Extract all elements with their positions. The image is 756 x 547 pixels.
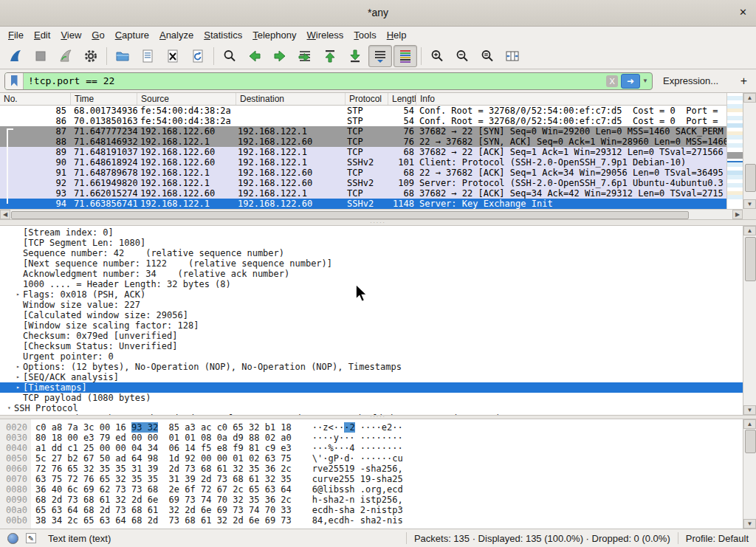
title-bar[interactable]: *any ✕ (0, 0, 756, 27)
menu-tools[interactable]: Tools (348, 28, 381, 42)
scroll-down-icon[interactable]: ▼ (743, 405, 756, 415)
hex-row[interactable]: 006072 76 65 32 35 35 31 39 2d 73 68 61 … (0, 464, 743, 474)
detail-line[interactable]: [Calculated window size: 29056] (0, 310, 743, 320)
menu-view[interactable]: View (55, 28, 86, 42)
column-header-info[interactable]: Info (416, 93, 743, 105)
open-file-button[interactable] (111, 45, 134, 67)
details-vscrollbar[interactable]: ▲ ▼ (743, 226, 756, 415)
packet-row[interactable]: 9171.648789678192.168.122.1192.168.122.6… (0, 168, 726, 178)
go-first-packet-button[interactable] (318, 45, 342, 67)
find-packet-button[interactable] (218, 45, 241, 67)
detail-line[interactable]: TCP payload (1080 bytes) (0, 393, 743, 403)
packet-row[interactable]: 9071.648618924192.168.122.60192.168.122.… (0, 157, 726, 168)
column-header-source[interactable]: Source (137, 93, 236, 105)
hex-row[interactable]: 00b038 34 2c 65 63 64 68 2d 73 68 61 32 … (0, 515, 743, 526)
detail-line[interactable]: Urgent pointer: 0 (0, 351, 743, 362)
restart-capture-button[interactable] (54, 45, 78, 67)
go-last-packet-button[interactable] (343, 45, 367, 67)
scroll-right-icon[interactable]: ▶ (732, 210, 743, 219)
menu-edit[interactable]: Edit (29, 28, 55, 42)
column-header-protocol[interactable]: Protocol (346, 93, 388, 105)
packet-list-hscrollbar[interactable]: ◀ ▶ (0, 209, 743, 219)
stop-capture-button[interactable] (29, 45, 52, 67)
pane-splitter[interactable]: ····· (0, 219, 756, 226)
detail-line[interactable]: [Window size scaling factor: 128] (0, 320, 743, 331)
scroll-down-icon[interactable]: ▼ (743, 519, 756, 529)
hex-row[interactable]: 009068 2d 73 68 61 32 2d 6e 69 73 74 70 … (0, 495, 743, 505)
capture-comment-icon[interactable]: ✎ (26, 533, 36, 543)
filter-apply-button[interactable]: ➜ (621, 74, 640, 89)
menu-statistics[interactable]: Statistics (199, 28, 247, 42)
filter-dropdown-caret-icon[interactable]: ▼ (642, 78, 648, 84)
scroll-up-icon[interactable]: ▲ (743, 226, 756, 235)
expander-icon[interactable]: ▸ (13, 289, 23, 300)
filter-clear-button[interactable]: X (606, 75, 618, 87)
menu-file[interactable]: File (3, 28, 29, 42)
detail-line[interactable]: 1000 .... = Header Length: 32 bytes (8) (0, 279, 743, 289)
go-back-button[interactable] (243, 45, 267, 67)
detail-line[interactable]: Window size value: 227 (0, 300, 743, 310)
display-filter-input[interactable] (24, 75, 606, 86)
packet-row[interactable]: 8670.013850163fe:54:00:d4:38:2aSTP54Conf… (0, 116, 726, 126)
close-file-button[interactable] (161, 45, 185, 67)
menu-analyze[interactable]: Analyze (154, 28, 199, 42)
start-capture-button[interactable] (4, 45, 27, 67)
menu-capture[interactable]: Capture (110, 28, 154, 42)
close-window-button[interactable]: ✕ (739, 7, 747, 18)
hex-row[interactable]: 00a065 63 64 68 2d 73 68 61 32 2d 6e 69 … (0, 505, 743, 515)
hex-row[interactable]: 0040a1 dd c1 25 00 00 04 34 06 14 f5 e8 … (0, 443, 743, 453)
resize-columns-button[interactable] (501, 45, 524, 67)
colorize-packets-button[interactable] (394, 45, 417, 67)
detail-line[interactable]: [Checksum Status: Unverified] (0, 341, 743, 351)
scroll-up-icon[interactable]: ▲ (743, 93, 756, 103)
expander-icon[interactable]: ▾ (4, 403, 14, 413)
column-header-time[interactable]: Time (71, 93, 137, 105)
expander-icon[interactable]: ▸ (13, 362, 23, 372)
scroll-up-icon[interactable]: ▲ (743, 419, 756, 429)
scroll-thumb[interactable] (745, 237, 756, 281)
filter-bookmark-button[interactable] (5, 73, 24, 89)
menu-wireless[interactable]: Wireless (302, 28, 349, 42)
save-file-button[interactable] (136, 45, 159, 67)
menu-telephony[interactable]: Telephony (247, 28, 301, 42)
column-header-length[interactable]: Length (388, 93, 416, 105)
detail-line[interactable]: ▸Flags: 0x018 (PSH, ACK) (0, 289, 743, 300)
menu-go[interactable]: Go (86, 28, 109, 42)
packet-row[interactable]: 8971.648191037192.168.122.60192.168.122.… (0, 147, 726, 157)
zoom-100-button[interactable] (475, 45, 499, 67)
detail-line[interactable]: ▸[SEQ/ACK analysis] (0, 372, 743, 382)
display-filter-field[interactable]: X ➜ ▼ (4, 72, 653, 90)
detail-line[interactable]: ▸[Timestamps] (0, 382, 743, 393)
packet-row[interactable]: 8771.647777234192.168.122.60192.168.122.… (0, 126, 726, 137)
hex-row[interactable]: 0020c0 a8 7a 3c 00 16 93 32 85 a3 ac c0 … (0, 422, 743, 433)
zoom-out-button[interactable] (450, 45, 474, 67)
expert-info-icon[interactable] (7, 533, 18, 544)
auto-scroll-button[interactable] (368, 45, 392, 67)
reload-file-button[interactable] (186, 45, 210, 67)
hex-vscrollbar[interactable]: ▲ ▼ (743, 419, 756, 529)
expander-icon[interactable]: ▸ (13, 382, 23, 393)
column-header-no[interactable]: No. (0, 93, 71, 105)
scroll-thumb[interactable] (11, 211, 689, 219)
zoom-in-button[interactable] (425, 45, 449, 67)
packet-row[interactable]: 9271.661949820192.168.122.1192.168.122.6… (0, 178, 726, 188)
detail-line[interactable]: [Stream index: 0] (0, 227, 743, 238)
scroll-left-icon[interactable]: ◀ (0, 210, 10, 219)
menu-help[interactable]: Help (382, 28, 412, 42)
hex-row[interactable]: 008036 40 6c 69 62 73 73 68 2e 6f 72 67 … (0, 484, 743, 495)
column-header-destination[interactable]: Destination (236, 93, 346, 105)
scroll-thumb[interactable] (745, 164, 756, 192)
detail-line[interactable]: Checksum: 0x79ed [unverified] (0, 331, 743, 341)
hex-row[interactable]: 003080 18 00 e3 79 ed 00 00 01 01 08 0a … (0, 433, 743, 443)
detail-line[interactable]: Sequence number: 42 (relative sequence n… (0, 248, 743, 258)
detail-line[interactable]: [Next sequence number: 1122 (relative se… (0, 258, 743, 269)
scroll-thumb[interactable] (745, 430, 756, 453)
go-to-packet-button[interactable] (293, 45, 317, 67)
packet-row[interactable]: 9471.663856741192.168.122.1192.168.122.6… (0, 199, 726, 209)
packet-row[interactable]: 9371.662015274192.168.122.60192.168.122.… (0, 188, 726, 199)
scroll-down-icon[interactable]: ▼ (743, 199, 756, 209)
detail-line[interactable]: Acknowledgment number: 34 (relative ack … (0, 269, 743, 279)
capture-options-button[interactable] (79, 45, 103, 67)
detail-line[interactable]: [TCP Segment Len: 1080] (0, 238, 743, 248)
packet-row[interactable]: 8568.001734936fe:54:00:d4:38:2aSTP54Conf… (0, 106, 726, 116)
